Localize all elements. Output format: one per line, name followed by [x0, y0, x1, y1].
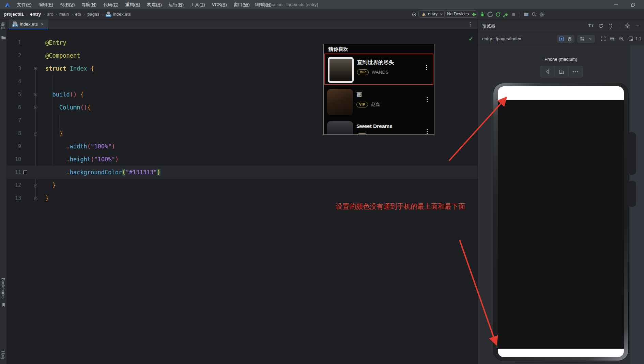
device-manager-icon[interactable]	[523, 11, 530, 18]
restore-button[interactable]	[628, 0, 638, 9]
more-options-icon[interactable]: ⋮	[424, 96, 430, 103]
run-config-label: entry	[428, 12, 438, 16]
settings-icon[interactable]	[624, 23, 631, 29]
breadcrumb-separator-icon: ›	[43, 12, 45, 17]
ellipsis-button[interactable]: •••	[569, 66, 583, 77]
profiler-icon[interactable]	[487, 11, 493, 18]
fit-icon[interactable]	[627, 35, 634, 42]
phone-navigation-bar	[498, 349, 624, 357]
more-options-icon[interactable]: ⋮	[424, 64, 429, 71]
menu-item-6[interactable]: 构建(B)	[144, 0, 165, 9]
more-options-icon[interactable]: ⋮	[424, 128, 430, 135]
artist-name: WANDS	[372, 70, 389, 75]
music-list-item[interactable]: Sweet DreamsVIPTPaul Sax / Eurythmics⋮	[324, 118, 433, 135]
menu-item-3[interactable]: 导航(N)	[78, 0, 100, 9]
code-text: build() {	[42, 88, 84, 101]
debug-icon[interactable]	[479, 11, 486, 18]
breadcrumb-item[interactable]: pages	[87, 12, 99, 17]
minimize-button[interactable]	[611, 0, 621, 9]
rerun-icon[interactable]	[494, 11, 501, 18]
run-config-selector[interactable]: entry	[418, 10, 446, 18]
zoom-out-icon[interactable]	[609, 35, 616, 42]
tool-window-project[interactable]: 项目	[0, 22, 5, 30]
rotate-button[interactable]	[554, 66, 569, 77]
back-button[interactable]	[540, 66, 554, 77]
grid-icon[interactable]	[579, 35, 585, 42]
fold-collapse-icon[interactable]	[33, 104, 38, 111]
fold-collapse-icon[interactable]	[33, 91, 38, 98]
right-stripe-tab[interactable]	[627, 181, 636, 207]
settings-icon[interactable]	[538, 11, 545, 18]
module-icon	[421, 11, 426, 17]
bookmark-icon[interactable]	[1, 301, 6, 308]
embedded-music-app-image: 猜你喜欢 直到世界的尽头VIPWANDS⋮画VIP赵磊⋮Sweet Dreams…	[323, 44, 434, 135]
breadcrumb-item[interactable]: ets	[75, 12, 81, 17]
play-icon[interactable]	[471, 11, 478, 18]
menu-item-0[interactable]: 文件(F)	[14, 0, 35, 9]
minimize-icon[interactable]	[634, 23, 641, 29]
scope-target-icon[interactable]	[411, 11, 417, 18]
color-preview-chip[interactable]	[24, 171, 27, 174]
menu-item-10[interactable]: 窗口(W)	[230, 0, 253, 9]
fold-end-icon[interactable]	[33, 182, 38, 189]
phone-app-body	[498, 100, 624, 349]
layers-icon[interactable]	[566, 35, 573, 42]
code-line-9[interactable]: 9 .width("100%")	[7, 140, 478, 153]
menu-item-1[interactable]: 编辑(E)	[35, 0, 57, 9]
code-text: Column(){	[42, 101, 91, 114]
inspect-icon[interactable]	[558, 35, 565, 42]
breadcrumb-separator-icon: ›	[56, 12, 57, 17]
breadcrumb-item[interactable]: src	[47, 12, 53, 17]
breadcrumb-item[interactable]: entry	[30, 12, 41, 17]
code-line-12[interactable]: 12 }	[7, 179, 478, 192]
zoom-in-icon[interactable]	[618, 35, 625, 42]
previewer-panel: 预览器 TT entry : /pages/Index 1:1 Phone (m…	[478, 19, 644, 364]
inspections-ok-check-icon[interactable]: ✓	[467, 35, 474, 42]
tool-window-structure[interactable]: 结构	[0, 351, 5, 359]
tab-index-ets[interactable]: ETS Index.ets ×	[9, 19, 48, 29]
menu-item-9[interactable]: VCS(S)	[209, 0, 230, 9]
refresh-icon[interactable]	[597, 23, 604, 29]
tool-window-bookmarks[interactable]: Bookmarks	[1, 278, 5, 299]
right-stripe-tab[interactable]	[627, 132, 636, 175]
close-icon[interactable]: ×	[40, 21, 45, 28]
project-folder-icon[interactable]	[1, 34, 6, 41]
menu-item-2[interactable]: 视图(V)	[57, 0, 78, 9]
music-list-item[interactable]: 画VIP赵磊⋮	[324, 86, 433, 118]
separator	[619, 23, 619, 29]
menu-item-4[interactable]: 代码(C)	[100, 0, 122, 9]
code-line-10[interactable]: 10 .height("100%")	[7, 153, 478, 166]
line-number: 8	[7, 127, 21, 140]
fold-collapse-icon[interactable]	[33, 65, 38, 72]
music-list-item[interactable]: 直到世界的尽头VIPWANDS⋮	[324, 54, 433, 85]
fold-end-icon[interactable]	[33, 130, 38, 137]
main-toolbar: project01›entry›src›main›ets›pages›ETSIn…	[0, 9, 644, 19]
preview-zoom-controls	[600, 35, 634, 42]
code-line-11[interactable]: 11 .backgroundColor("#131313")	[7, 166, 478, 179]
vip-badge: VIP	[356, 102, 368, 107]
menu-item-8[interactable]: 工具(T)	[187, 0, 209, 9]
chevron-down-icon[interactable]	[587, 35, 594, 42]
code-text: .backgroundColor("#131313")	[42, 166, 160, 179]
stop-icon[interactable]	[510, 11, 517, 18]
code-editor[interactable]: 1@Entry2@Component3struct Index {45 buil…	[7, 29, 478, 364]
menu-item-7[interactable]: 运行(R)	[165, 0, 187, 9]
breadcrumb-file[interactable]: Index.ets	[113, 12, 131, 17]
previewer-header-actions: TT	[587, 23, 641, 29]
line-number: 3	[7, 62, 21, 75]
phone-screen[interactable]	[498, 86, 624, 357]
zoom-ratio-label[interactable]: 1:1	[635, 37, 641, 41]
music-section-title: 猜你喜欢	[328, 46, 348, 53]
menu-item-5[interactable]: 重构(R)	[122, 0, 144, 9]
frame-icon[interactable]	[600, 35, 607, 42]
text-size-icon[interactable]: TT	[587, 23, 594, 29]
debug-attach-icon[interactable]	[502, 11, 509, 18]
device-profile-label: Phone (medium)	[493, 57, 628, 62]
code-text: }	[42, 127, 63, 140]
search-icon[interactable]	[531, 11, 537, 18]
plug-icon[interactable]	[607, 23, 614, 29]
breadcrumb-item[interactable]: main	[59, 12, 69, 17]
fold-end-icon[interactable]	[33, 195, 38, 202]
breadcrumb-item[interactable]: project01	[4, 12, 24, 17]
editor-options-icon[interactable]: ⋮	[467, 21, 474, 28]
